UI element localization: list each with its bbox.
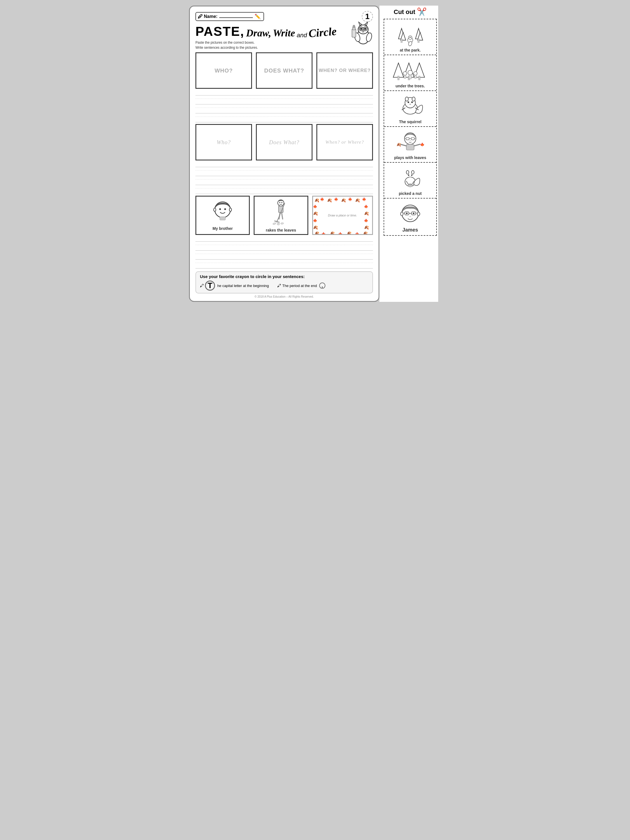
svg-point-5 <box>364 28 366 30</box>
svg-rect-76 <box>404 75 406 78</box>
svg-point-105 <box>412 170 414 174</box>
name-box[interactable]: 🖊 Name: ✏️ <box>196 12 264 21</box>
main-worksheet: 🖊 Name: ✏️ 1 PASTE, Draw, Write and Circ… <box>189 6 379 302</box>
cutout-item-squirrel[interactable]: The squirrel <box>384 91 436 127</box>
who-box-1[interactable]: WHO? <box>196 52 252 89</box>
bottom-instruction: Use your favorite crayon to circle in yo… <box>196 271 373 294</box>
rakes-leaves-box: rakes the leaves <box>254 196 308 235</box>
cutout-item-nut[interactable]: picked a nut <box>384 163 436 199</box>
write-line-dashed[interactable] <box>196 185 373 188</box>
write-line[interactable] <box>196 236 373 242</box>
when-where-box-1[interactable]: WHEN? OR WHERE? <box>316 52 373 89</box>
instruction-text: Use your favorite crayon to circle in yo… <box>200 274 368 279</box>
svg-point-85 <box>408 101 409 103</box>
write-line-dashed[interactable] <box>196 260 373 263</box>
write-line[interactable] <box>196 161 373 167</box>
svg-point-122 <box>400 212 403 216</box>
svg-rect-110 <box>409 184 411 185</box>
picture-row: My brother <box>196 196 373 235</box>
write-line[interactable] <box>196 263 373 268</box>
svg-point-75 <box>403 71 407 75</box>
write-line[interactable] <box>196 245 373 251</box>
svg-text:🍁: 🍁 <box>313 218 317 223</box>
write-line[interactable] <box>196 180 373 185</box>
who-box-2[interactable]: Who? <box>196 124 252 160</box>
svg-rect-78 <box>409 75 411 79</box>
cutout-item-park[interactable]: at the park. <box>384 19 436 55</box>
svg-line-28 <box>275 220 276 222</box>
does-what-box-2[interactable]: Does What? <box>256 124 313 160</box>
copyright: © 2018 A Plus Education – All Rights Res… <box>196 295 373 298</box>
svg-point-17 <box>214 208 216 212</box>
write-line[interactable] <box>196 117 373 122</box>
svg-line-30 <box>278 221 278 223</box>
write-line[interactable] <box>196 90 373 95</box>
rakes-leaves-label: rakes the leaves <box>266 228 296 232</box>
write-line[interactable] <box>196 254 373 260</box>
svg-text:🍁: 🍁 <box>338 232 343 235</box>
when-where-box-2[interactable]: When? or Where? <box>316 124 373 160</box>
svg-text:🍁: 🍁 <box>313 204 317 208</box>
james-image <box>391 201 430 226</box>
write-line-dashed[interactable] <box>196 114 373 117</box>
svg-point-108 <box>410 177 411 177</box>
cutout-item-trees[interactable]: under the trees. <box>384 55 436 91</box>
writing-lines-3 <box>196 236 373 268</box>
svg-text:🍁: 🍁 <box>364 204 368 208</box>
svg-point-18 <box>229 208 232 212</box>
svg-text:🍂: 🍂 <box>396 142 401 147</box>
draw-label: Draw a place or time. <box>328 214 357 217</box>
svg-point-106 <box>408 174 409 176</box>
header-row: 🖊 Name: ✏️ 1 <box>196 11 373 22</box>
svg-text:🍁: 🍁 <box>420 142 425 147</box>
does-what-box-1[interactable]: DOES WHAT? <box>256 52 313 89</box>
cutout-item-plays[interactable]: 🍂 🍁 plays with leaves <box>384 127 436 163</box>
svg-point-83 <box>405 97 408 101</box>
title-row: PASTE, Draw, Write and Circle <box>196 24 373 39</box>
svg-rect-74 <box>418 76 420 80</box>
svg-point-32 <box>273 223 276 225</box>
cutout-label-nut: picked a nut <box>399 191 422 196</box>
cutout-label-squirrel: The squirrel <box>399 120 422 124</box>
write-line-dashed[interactable] <box>196 176 373 180</box>
svg-text:🍂: 🍂 <box>364 225 369 230</box>
title-draw: Draw, <box>246 27 271 39</box>
write-line-dashed[interactable] <box>196 104 373 108</box>
write-line-dashed[interactable] <box>196 167 373 171</box>
svg-rect-97 <box>406 144 414 150</box>
period-item: 🖍 The period at the end . <box>277 283 325 289</box>
draw-place-time-box[interactable]: 🍂 🍁 🍂 🍁 🍂 🍁 🍂 🍁 🍂 🍁 🍂 🍁 🍂 🍁 🍂 <box>312 196 373 235</box>
svg-line-99 <box>414 144 420 146</box>
svg-rect-72 <box>398 76 399 80</box>
cutout-item-james[interactable]: James <box>384 199 436 235</box>
sentence-row-1: WHO? DOES WHAT? WHEN? OR WHERE? <box>196 52 373 89</box>
instructions: Paste the pictures on the correct boxes.… <box>196 40 373 50</box>
svg-point-86 <box>411 101 413 103</box>
write-line[interactable] <box>196 99 373 104</box>
svg-rect-80 <box>414 75 416 78</box>
svg-line-29 <box>276 221 277 223</box>
svg-marker-69 <box>393 63 403 77</box>
nut-image <box>391 165 430 190</box>
svg-line-25 <box>282 213 283 219</box>
write-line[interactable] <box>196 188 373 194</box>
plays-image: 🍂 🍁 <box>391 129 430 154</box>
write-line-dashed[interactable] <box>196 242 373 245</box>
pencil-right-icon: ✏️ <box>254 13 261 20</box>
svg-point-4 <box>360 28 362 30</box>
cutout-title-row: Cut out ✂️ <box>394 6 427 17</box>
svg-text:🍁: 🍁 <box>334 197 338 201</box>
write-line[interactable] <box>196 108 373 114</box>
svg-point-87 <box>409 104 411 105</box>
svg-marker-9 <box>359 22 362 25</box>
write-line-dashed[interactable] <box>196 95 373 99</box>
svg-point-15 <box>219 208 221 210</box>
svg-text:🍁: 🍁 <box>364 218 368 223</box>
big-T-circle: T <box>205 281 215 291</box>
write-line[interactable] <box>196 171 373 176</box>
name-label: Name: <box>204 14 218 19</box>
write-line-dashed[interactable] <box>196 251 373 254</box>
svg-text:🍂: 🍂 <box>314 198 319 203</box>
svg-point-34 <box>281 223 284 224</box>
svg-rect-13 <box>353 25 355 27</box>
